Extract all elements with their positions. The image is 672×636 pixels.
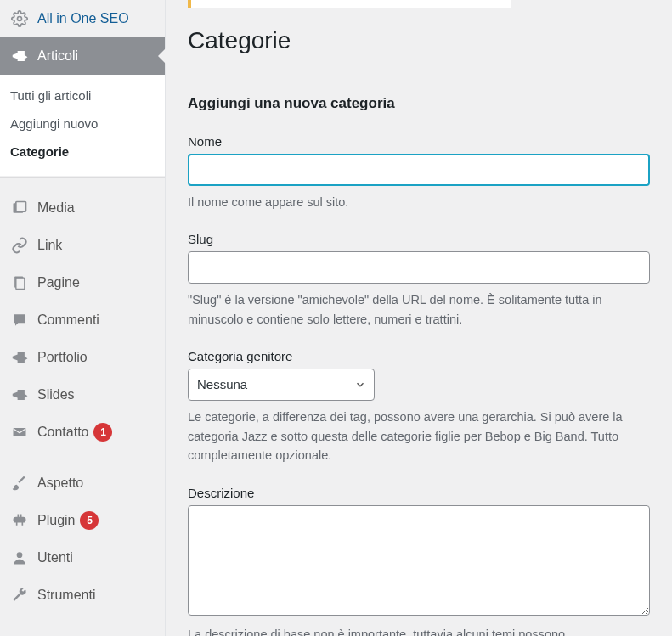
sidebar-item-articoli[interactable]: Articoli bbox=[0, 37, 165, 75]
sidebar-item-strumenti[interactable]: Strumenti bbox=[0, 577, 165, 614]
pin-icon bbox=[10, 47, 29, 65]
sidebar-item-label: Plugin bbox=[37, 513, 75, 528]
media-icon bbox=[10, 199, 29, 217]
sidebar-item-utenti[interactable]: Utenti bbox=[0, 539, 165, 577]
pin-icon bbox=[10, 348, 29, 367]
submenu-item-aggiungi[interactable]: Aggiungi nuovo bbox=[0, 110, 165, 138]
sidebar-item-aioseo[interactable]: All in One SEO bbox=[0, 0, 165, 37]
sidebar-item-portfolio[interactable]: Portfolio bbox=[0, 339, 165, 376]
field-desc: Descrizione La descrizione di base non è… bbox=[188, 486, 650, 636]
page-title: Categorie bbox=[188, 27, 650, 54]
sidebar-item-label: Contatto bbox=[37, 425, 88, 440]
menu-separator bbox=[0, 177, 165, 189]
sidebar-item-plugin[interactable]: Plugin 5 bbox=[0, 502, 165, 539]
gear-icon bbox=[10, 9, 29, 28]
sidebar-item-link[interactable]: Link bbox=[0, 227, 165, 264]
parent-label: Categoria genitore bbox=[188, 349, 650, 363]
nome-label: Nome bbox=[188, 134, 650, 149]
user-icon bbox=[10, 549, 29, 567]
slug-help: "Slug" è la versione "amichevole" della … bbox=[188, 290, 650, 329]
form-title: Aggiungi una nuova categoria bbox=[188, 95, 650, 112]
notice-bar bbox=[188, 0, 511, 8]
field-parent: Categoria genitore Nessuna Le categorie,… bbox=[188, 349, 650, 464]
page-icon bbox=[10, 273, 29, 292]
main-content: Categorie Aggiungi una nuova categoria N… bbox=[166, 0, 672, 636]
slug-label: Slug bbox=[188, 232, 650, 246]
desc-textarea[interactable] bbox=[188, 505, 650, 616]
sidebar-item-label: Media bbox=[37, 200, 75, 216]
svg-point-0 bbox=[18, 17, 22, 21]
sidebar-item-slides[interactable]: Slides bbox=[0, 376, 165, 414]
wrench-icon bbox=[10, 586, 29, 605]
notification-badge: 5 bbox=[80, 511, 99, 530]
svg-rect-6 bbox=[14, 428, 26, 436]
sidebar-item-label: Utenti bbox=[37, 550, 73, 566]
sidebar-item-label: Slides bbox=[37, 387, 75, 402]
nome-input[interactable] bbox=[188, 154, 650, 186]
mail-icon bbox=[10, 423, 29, 442]
svg-point-7 bbox=[17, 552, 23, 558]
sidebar-item-aspetto[interactable]: Aspetto bbox=[0, 464, 165, 502]
link-icon bbox=[10, 236, 29, 255]
brush-icon bbox=[10, 474, 29, 492]
slug-input[interactable] bbox=[188, 251, 650, 284]
menu-separator bbox=[0, 453, 165, 464]
plugin-icon bbox=[10, 511, 29, 530]
sidebar-item-label: All in One SEO bbox=[37, 11, 129, 26]
sidebar-item-label: Strumenti bbox=[37, 588, 95, 603]
sidebar-item-pagine[interactable]: Pagine bbox=[0, 264, 165, 301]
parent-select[interactable]: Nessuna bbox=[188, 369, 375, 401]
desc-label: Descrizione bbox=[188, 486, 650, 500]
nome-help: Il nome come appare sul sito. bbox=[188, 193, 650, 211]
sidebar-item-media[interactable]: Media bbox=[0, 189, 165, 227]
submenu-item-tutti[interactable]: Tutti gli articoli bbox=[0, 82, 165, 110]
sidebar-item-label: Aspetto bbox=[37, 476, 83, 491]
submenu-articoli: Tutti gli articoli Aggiungi nuovo Catego… bbox=[0, 75, 165, 176]
submenu-item-categorie[interactable]: Categorie bbox=[0, 138, 165, 166]
sidebar-item-label: Pagine bbox=[37, 275, 80, 290]
comment-icon bbox=[10, 311, 29, 329]
field-slug: Slug "Slug" è la versione "amichevole" d… bbox=[188, 232, 650, 329]
admin-sidebar: All in One SEO Articoli Tutti gli artico… bbox=[0, 0, 166, 636]
sidebar-item-label: Articoli bbox=[37, 48, 78, 64]
sidebar-item-label: Portfolio bbox=[37, 350, 88, 365]
svg-rect-5 bbox=[16, 278, 25, 289]
svg-rect-2 bbox=[16, 202, 26, 212]
sidebar-item-label: Link bbox=[37, 238, 62, 253]
pin-icon bbox=[10, 386, 29, 404]
sidebar-item-label: Commenti bbox=[37, 312, 99, 328]
field-nome: Nome Il nome come appare sul sito. bbox=[188, 134, 650, 211]
sidebar-item-commenti[interactable]: Commenti bbox=[0, 301, 165, 339]
sidebar-item-contatto[interactable]: Contatto 1 bbox=[0, 414, 165, 451]
desc-help: La descrizione di base non è importante,… bbox=[188, 625, 650, 636]
parent-help: Le categorie, a differenza dei tag, poss… bbox=[188, 408, 650, 464]
notification-badge: 1 bbox=[93, 423, 112, 442]
